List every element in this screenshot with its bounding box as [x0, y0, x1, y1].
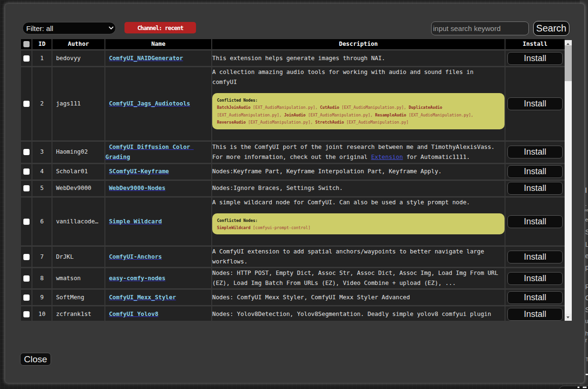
row-description: This is the ComfyUI port of the joint re…: [212, 142, 505, 163]
search-input[interactable]: [431, 21, 529, 35]
table-row: 1 bedovyy ComfyUI_NAIDGeneratorThis exte…: [21, 51, 565, 66]
row-description: Nodes: HTTP POST, Empty Dict, Assoc Str,…: [212, 268, 505, 288]
conflicted-nodes-list: BatchJoinAudio [EXT_AudioManipulation.py…: [217, 104, 500, 126]
install-button[interactable]: Install: [507, 146, 563, 158]
extension-name-link[interactable]: WebDev9000-Nodes: [109, 185, 165, 191]
row-author: wmatson: [52, 268, 104, 288]
row-install-cell: Install: [505, 198, 565, 246]
close-button[interactable]: Close: [20, 353, 51, 366]
row-author: SoftMeng: [52, 290, 104, 305]
search-button[interactable]: Search: [533, 21, 569, 36]
conflicted-nodes-box: Conflicted Nodes:BatchJoinAudio [EXT_Aud…: [212, 93, 505, 129]
install-button[interactable]: Install: [507, 182, 563, 195]
row-install-cell: Install: [505, 247, 565, 267]
install-button[interactable]: Install: [507, 272, 563, 285]
edge-text-fragment: nt: [585, 208, 588, 212]
install-button[interactable]: Install: [507, 251, 563, 263]
install-button[interactable]: Install: [507, 308, 563, 321]
row-checkbox[interactable]: [23, 311, 30, 317]
row-description: Nodes:Ignore Braces, Settings Switch.: [212, 181, 505, 196]
row-checkbox[interactable]: [23, 254, 30, 260]
extension-name-link[interactable]: ComfyUI_Mexx_Styler: [109, 294, 176, 301]
row-install-cell: Install: [505, 164, 565, 179]
extension-name-link[interactable]: ComfyUI Yolov8: [109, 311, 158, 317]
row-name-cell: easy-comfy-nodes: [105, 268, 211, 288]
filter-select[interactable]: Filter: all: [22, 22, 116, 34]
row-checkbox[interactable]: [23, 294, 30, 301]
row-install-cell: Install: [505, 51, 565, 66]
header-checkbox-cell: [21, 39, 31, 49]
edge-text-fragment: e: [585, 217, 588, 222]
install-button[interactable]: Install: [507, 52, 563, 65]
scrollbar-thumb[interactable]: [565, 45, 572, 81]
edge-text-fragment: C: [585, 294, 588, 302]
row-name-cell: ComfyUI_Mexx_Styler: [105, 290, 211, 305]
conflicted-nodes-title: Conflicted Nodes:: [217, 97, 500, 104]
channel-badge-label: Channel: recent: [137, 24, 183, 32]
row-checkbox[interactable]: [23, 219, 30, 225]
row-checkbox[interactable]: [23, 275, 30, 282]
header-description: Description: [212, 39, 505, 49]
row-install-cell: Install: [505, 67, 565, 140]
description-text: Nodes: Yolov8Detection, Yolov8Segmentati…: [212, 309, 501, 319]
extension-name-link[interactable]: ComfyUI-Anchors: [109, 253, 162, 260]
row-description: A simple wildcard node for ComfyUI. Can …: [212, 198, 505, 246]
edge-text-fragment: L: [585, 240, 588, 248]
table-row: 6 vanillacode314 Simple WildcardA simple…: [21, 198, 565, 246]
row-name-cell: WebDev9000-Nodes: [105, 181, 211, 196]
row-checkbox-cell: [21, 142, 31, 163]
install-button[interactable]: Install: [507, 215, 563, 228]
row-author: vanillacode314: [52, 198, 104, 246]
scrollbar-down-button[interactable]: [565, 314, 572, 321]
row-install-cell: Install: [505, 268, 565, 288]
table-row: 3 Haoming02 ComfyUI Diffusion Color Grad…: [21, 142, 565, 163]
row-author: Scholar01: [52, 164, 104, 179]
table-header-row: ID Author Name Description Install: [21, 39, 565, 49]
description-text: Nodes: ComfyUI Mexx Styler, ComfyUI Mexx…: [212, 293, 501, 303]
row-install-cell: Install: [505, 306, 565, 321]
row-description: Nodes:Keyframe Part, Keyframe Interpolat…: [212, 164, 505, 179]
extension-name-link[interactable]: ComfyUI Diffusion Color Grading: [105, 144, 194, 160]
table-row: 5 WebDev9000 WebDev9000-NodesNodes:Ignor…: [21, 181, 565, 196]
row-id: 9: [32, 290, 52, 305]
extension-name-link[interactable]: easy-comfy-nodes: [109, 275, 165, 282]
table-row: 8 wmatson easy-comfy-nodesNodes: HTTP PO…: [21, 268, 565, 288]
row-checkbox[interactable]: [23, 185, 30, 191]
description-text: Nodes:Keyframe Part, Keyframe Interpolat…: [212, 167, 501, 177]
row-checkbox[interactable]: [23, 55, 30, 62]
extension-name-link[interactable]: SComfyUI-Keyframe: [109, 168, 169, 175]
row-author: WebDev9000: [52, 181, 104, 196]
row-name-cell: Simple Wildcard: [105, 198, 211, 246]
row-checkbox[interactable]: [23, 149, 30, 155]
edge-text-fragment: e: [585, 252, 588, 260]
row-checkbox-cell: [21, 247, 31, 267]
header-install: Install: [505, 39, 565, 49]
edge-text-fragment: T: [586, 357, 588, 362]
install-button[interactable]: Install: [507, 291, 563, 304]
edge-text-fragment: u: [585, 318, 588, 325]
select-all-checkbox[interactable]: [23, 41, 30, 47]
row-name-cell: SComfyUI-Keyframe: [105, 164, 211, 179]
row-checkbox[interactable]: [23, 168, 30, 175]
row-description: This extension helps generate images thr…: [212, 51, 505, 66]
row-checkbox-cell: [21, 51, 31, 66]
row-id: 10: [32, 306, 52, 321]
row-name-cell: ComfyUI Diffusion Color Grading: [105, 142, 211, 163]
extension-name-link[interactable]: Simple Wildcard: [109, 218, 162, 225]
extension-name-link[interactable]: ComfyUI_NAIDGenerator: [109, 55, 183, 62]
conflicted-nodes-list: SimpleWildcard [comfyui-prompt-control]: [217, 224, 500, 231]
install-button[interactable]: Install: [507, 97, 563, 110]
row-description: A collection amazing audio tools for wor…: [212, 67, 505, 140]
extension-name-link[interactable]: ComfyUI_Jags_Audiotools: [109, 100, 190, 107]
description-link[interactable]: Extension: [371, 154, 403, 160]
row-name-cell: ComfyUI Yolov8: [105, 306, 211, 321]
description-text: Nodes: HTTP POST, Empty Dict, Assoc Str,…: [212, 268, 501, 288]
table-scrollbar[interactable]: [565, 40, 572, 321]
install-button[interactable]: Install: [507, 165, 563, 178]
row-checkbox[interactable]: [23, 101, 30, 107]
row-author: bedovyy: [52, 51, 104, 66]
row-name-cell: ComfyUI-Anchors: [105, 247, 211, 267]
row-checkbox-cell: [21, 290, 31, 305]
conflicted-nodes-title: Conflicted Nodes:: [217, 217, 500, 224]
channel-badge[interactable]: Channel: recent: [124, 22, 196, 33]
